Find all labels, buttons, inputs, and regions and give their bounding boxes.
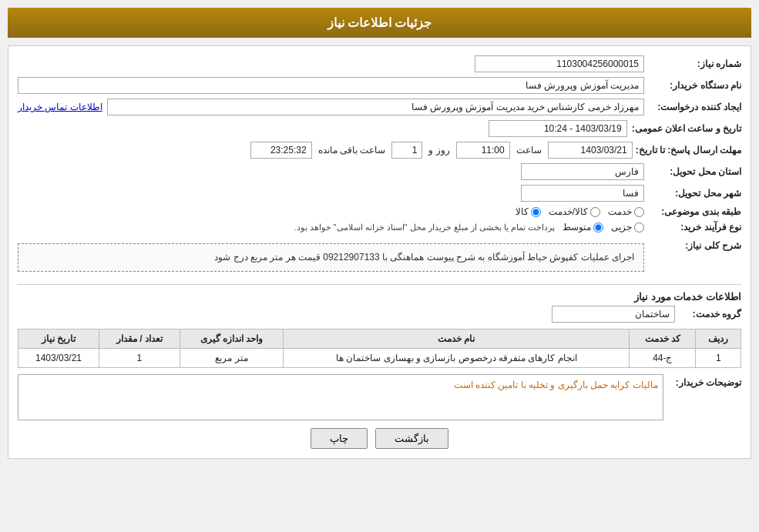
table-row: 1 ج-44 انجام کارهای متفرقه درخصوص بازساز… bbox=[18, 349, 741, 368]
services-section-title: اطلاعات خدمات مورد نیاز bbox=[18, 291, 741, 303]
reply-days-value: 1 bbox=[391, 142, 422, 159]
purchase-radio-small[interactable] bbox=[634, 223, 644, 233]
creator-row: ایجاد کننده درخواست: مهرزاد خرمی کارشناس… bbox=[18, 99, 741, 115]
category-radio-both-label: کالا/خدمت bbox=[549, 206, 588, 217]
reply-time-label: ساعت bbox=[516, 145, 542, 156]
cell-code: ج-44 bbox=[630, 349, 696, 368]
reply-date-value: 1403/03/21 bbox=[548, 142, 633, 159]
buyer-desc-row: توضیحات خریدار: مالیات کرایه حمل بارگیری… bbox=[18, 374, 741, 420]
buyer-desc-label: توضیحات خریدار: bbox=[676, 374, 741, 388]
service-group-row: گروه خدمت: ساختمان bbox=[18, 306, 741, 323]
col-count: تعداد / مقدار bbox=[99, 330, 180, 349]
announce-date-label: تاریخ و ساعت اعلان عمومی: bbox=[632, 123, 741, 134]
province-value: فارس bbox=[521, 163, 644, 180]
reply-remaining-label: ساعت باقی مانده bbox=[318, 145, 386, 156]
city-value: فسا bbox=[521, 185, 644, 202]
reply-time-value: 11:00 bbox=[456, 142, 510, 159]
buyer-org-row: نام دستگاه خریدار: مدیریت آموزش وپرورش ف… bbox=[18, 77, 741, 94]
city-row: شهر محل تحویل: فسا bbox=[18, 185, 741, 202]
category-row: طبقه بندی موضوعی: خدمت کالا/خدمت کالا bbox=[18, 206, 741, 217]
purchase-type-row: نوع فرآیند خرید: جزیی متوسط پرداخت تمام … bbox=[18, 222, 741, 233]
service-group-label: گروه خدمت: bbox=[680, 309, 741, 320]
category-radio-goods-label: کالا bbox=[516, 206, 529, 217]
category-option-both[interactable]: کالا/خدمت bbox=[549, 206, 600, 217]
table-header-row: ردیف کد خدمت نام خدمت واحد اندازه گیری ت… bbox=[18, 330, 741, 349]
category-label: طبقه بندی موضوعی: bbox=[649, 206, 741, 217]
announce-date-value: 1403/03/19 - 10:24 bbox=[489, 120, 627, 137]
need-number-row: شماره نیاز: 1103004256000015 bbox=[18, 55, 741, 72]
creator-value: مهرزاد خرمی کارشناس خرید مدیریت آموزش وپ… bbox=[107, 99, 644, 115]
purchase-radio-medium-label: متوسط bbox=[563, 222, 591, 233]
need-desc-label: شرح کلی نیاز: bbox=[649, 237, 741, 251]
category-radio-service[interactable] bbox=[634, 207, 644, 217]
category-radio-both[interactable] bbox=[590, 207, 600, 217]
cell-row-num: 1 bbox=[696, 349, 741, 368]
buyer-org-label: نام دستگاه خریدار: bbox=[649, 80, 741, 91]
reply-deadline-row: مهلت ارسال پاسخ: تا تاریخ: 1403/03/21 سا… bbox=[18, 142, 741, 159]
purchase-type-medium[interactable]: متوسط bbox=[563, 222, 603, 233]
creator-label: ایجاد کننده درخواست: bbox=[649, 102, 741, 112]
purchase-type-note: پرداخت تمام یا بخشی از مبلغ خریدار محل "… bbox=[294, 223, 555, 233]
category-radio-group: خدمت کالا/خدمت کالا bbox=[516, 206, 644, 217]
purchase-type-label: نوع فرآیند خرید: bbox=[649, 222, 741, 233]
reply-day-label: روز و bbox=[428, 145, 449, 156]
main-card: شماره نیاز: 1103004256000015 نام دستگاه … bbox=[8, 45, 751, 459]
purchase-type-radio-group: جزیی متوسط bbox=[563, 222, 644, 233]
need-desc-value: اجرای عملیات کفپوش حیاط آموزشگاه به شرح … bbox=[18, 243, 644, 272]
city-label: شهر محل تحویل: bbox=[649, 188, 741, 199]
province-row: استان محل تحویل: فارس bbox=[18, 163, 741, 180]
print-button[interactable]: چاپ bbox=[311, 428, 368, 449]
reply-deadline-label: مهلت ارسال پاسخ: تا تاریخ: bbox=[636, 145, 741, 156]
buyer-desc-value: مالیات کرایه حمل بارگیری و تخلیه با تامی… bbox=[18, 374, 663, 420]
purchase-type-small[interactable]: جزیی bbox=[611, 222, 644, 233]
need-number-value: 1103004256000015 bbox=[475, 55, 644, 72]
cell-unit: متر مربع bbox=[180, 349, 283, 368]
page-header: جزئیات اطلاعات نیاز bbox=[8, 8, 751, 38]
cell-name: انجام کارهای متفرقه درخصوص بازسازی و بهس… bbox=[284, 349, 630, 368]
back-button[interactable]: بازگشت bbox=[375, 428, 448, 449]
col-row-num: ردیف bbox=[696, 330, 741, 349]
services-table: ردیف کد خدمت نام خدمت واحد اندازه گیری ت… bbox=[18, 329, 741, 368]
table-header: ردیف کد خدمت نام خدمت واحد اندازه گیری ت… bbox=[18, 330, 741, 349]
announce-date-row: تاریخ و ساعت اعلان عمومی: 1403/03/19 - 1… bbox=[18, 120, 741, 137]
reply-remaining-value: 23:25:32 bbox=[250, 142, 312, 159]
category-option-service[interactable]: خدمت bbox=[608, 206, 644, 217]
purchase-radio-medium[interactable] bbox=[593, 223, 603, 233]
table-body: 1 ج-44 انجام کارهای متفرقه درخصوص بازساز… bbox=[18, 349, 741, 368]
page-title: جزئیات اطلاعات نیاز bbox=[327, 16, 432, 29]
purchase-radio-small-label: جزیی bbox=[611, 222, 632, 233]
need-number-label: شماره نیاز: bbox=[649, 59, 741, 69]
creator-contact-link[interactable]: اطلاعات تماس خریدار bbox=[18, 102, 102, 112]
category-option-goods[interactable]: کالا bbox=[516, 206, 541, 217]
category-radio-goods[interactable] bbox=[531, 207, 541, 217]
col-name: نام خدمت bbox=[284, 330, 630, 349]
category-radio-service-label: خدمت bbox=[608, 206, 632, 217]
col-date: تاریخ نیاز bbox=[18, 330, 99, 349]
col-unit: واحد اندازه گیری bbox=[180, 330, 283, 349]
cell-count: 1 bbox=[99, 349, 180, 368]
cell-date: 1403/03/21 bbox=[18, 349, 99, 368]
col-code: کد خدمت bbox=[630, 330, 696, 349]
need-desc-row: شرح کلی نیاز: اجرای عملیات کفپوش حیاط آم… bbox=[18, 237, 741, 278]
province-label: استان محل تحویل: bbox=[649, 166, 741, 177]
buyer-org-value: مدیریت آموزش وپرورش فسا bbox=[18, 77, 644, 94]
divider-1 bbox=[18, 284, 741, 285]
service-group-value: ساختمان bbox=[552, 306, 675, 323]
action-buttons: بازگشت چاپ bbox=[18, 428, 741, 449]
